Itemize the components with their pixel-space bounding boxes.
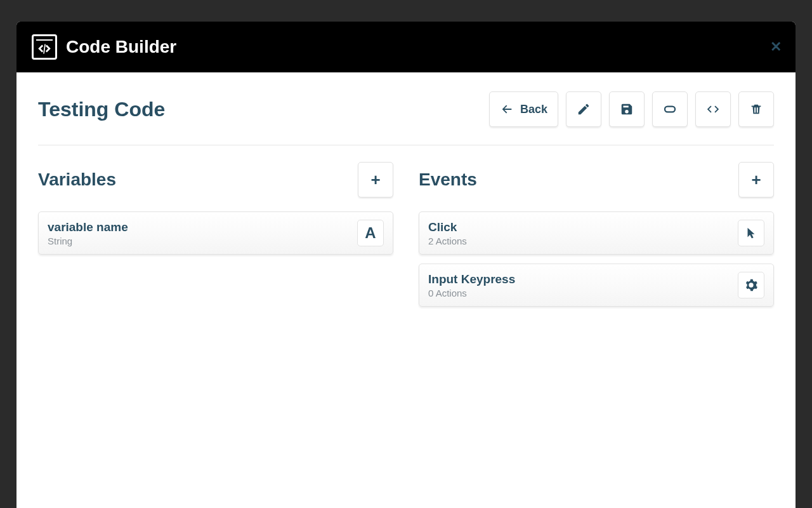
event-icon-badge <box>738 220 764 246</box>
event-name: Input Keypress <box>428 272 515 286</box>
columns: Variables + variable name String A Event… <box>38 162 774 316</box>
top-row: Testing Code Back <box>38 91 774 145</box>
page-title: Testing Code <box>38 98 165 121</box>
variables-heading: Variables <box>38 170 116 190</box>
event-subtitle: 2 Actions <box>428 236 467 246</box>
code-builder-logo-icon <box>32 34 57 60</box>
variable-info: variable name String <box>48 220 128 246</box>
panel-header: Code Builder ✕ <box>16 22 796 72</box>
event-info: Input Keypress 0 Actions <box>428 272 515 298</box>
app-title: Code Builder <box>66 37 176 57</box>
variable-type: String <box>48 236 128 246</box>
variables-header: Variables + <box>38 162 393 197</box>
add-event-button[interactable]: + <box>738 162 774 197</box>
code-button[interactable] <box>695 91 731 127</box>
event-icon-badge <box>738 272 764 298</box>
edit-button[interactable] <box>566 91 601 127</box>
arrow-left-icon <box>500 102 514 116</box>
toggle-button[interactable] <box>652 91 688 127</box>
events-column: Events + Click 2 Actions <box>419 162 774 316</box>
events-heading: Events <box>419 170 477 190</box>
save-button[interactable] <box>609 91 645 127</box>
variables-column: Variables + variable name String A <box>38 162 393 316</box>
back-button[interactable]: Back <box>489 91 558 127</box>
trash-icon <box>749 102 763 116</box>
toolbar: Back <box>489 91 774 127</box>
plus-icon: + <box>370 171 380 188</box>
code-icon <box>706 102 720 116</box>
event-subtitle: 0 Actions <box>428 288 515 298</box>
event-info: Click 2 Actions <box>428 220 467 246</box>
toggle-icon <box>663 102 677 116</box>
event-card[interactable]: Input Keypress 0 Actions <box>419 264 774 307</box>
gear-icon <box>744 278 758 292</box>
back-button-label: Back <box>520 103 547 116</box>
variable-name: variable name <box>48 220 128 234</box>
body: Testing Code Back <box>16 72 796 508</box>
cursor-icon <box>744 226 758 240</box>
event-card[interactable]: Click 2 Actions <box>419 211 774 255</box>
close-icon[interactable]: ✕ <box>770 40 782 54</box>
variable-type-badge: A <box>357 220 384 246</box>
variable-card[interactable]: variable name String A <box>38 211 393 255</box>
plus-icon: + <box>751 171 761 188</box>
delete-button[interactable] <box>738 91 774 127</box>
panel: Code Builder ✕ Testing Code Back <box>16 22 796 508</box>
edit-icon <box>577 102 591 116</box>
add-variable-button[interactable]: + <box>358 162 393 197</box>
event-name: Click <box>428 220 467 234</box>
save-icon <box>620 102 634 116</box>
events-header: Events + <box>419 162 774 197</box>
